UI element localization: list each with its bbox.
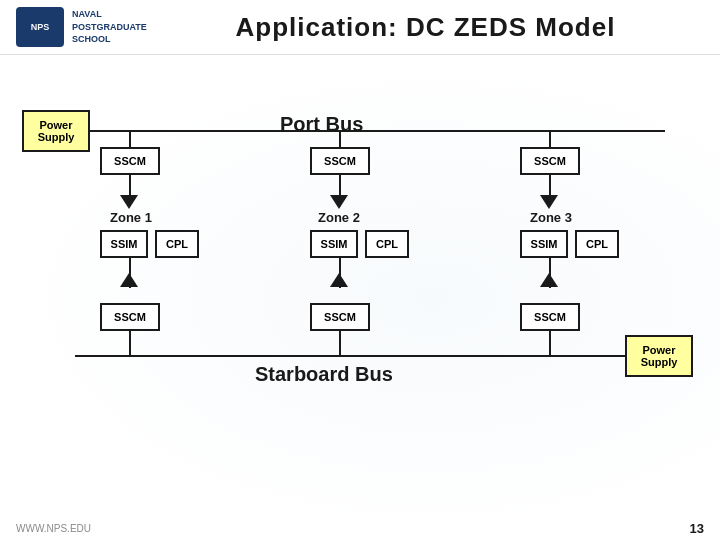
ssim-zone2: SSIM [310,230,358,258]
vline-sscm-top-left-down [129,175,131,195]
ssim-zone3: SSIM [520,230,568,258]
arrow-down-sscm-right [540,195,558,209]
vline-port-to-sscm-right [549,130,551,147]
port-bus-line [75,130,665,132]
zone1-label: Zone 1 [110,210,152,225]
sscm-top-left: SSCM [100,147,160,175]
zone2-label: Zone 2 [318,210,360,225]
logo-icon: NPS [16,7,64,47]
main-content: Port Bus Power Supply SSCM SSCM SSCM Zon… [0,55,720,540]
page-number: 13 [690,521,704,536]
zone3-label: Zone 3 [530,210,572,225]
sscm-bottom-left: SSCM [100,303,160,331]
vline-port-to-sscm-left [129,130,131,147]
ssim-zone1: SSIM [100,230,148,258]
page-title: Application: DC ZEDS Model [147,12,704,43]
sscm-bottom-right: SSCM [520,303,580,331]
website-url: WWW.NPS.EDU [16,523,91,534]
vline-bottom-left-to-bus [129,331,131,356]
starboard-bus-line [75,355,665,357]
sscm-bottom-center: SSCM [310,303,370,331]
power-supply-bottomright: Power Supply [625,335,693,377]
cpl-zone2: CPL [365,230,409,258]
port-bus-label: Port Bus [280,113,363,136]
power-supply-topleft: Power Supply [22,110,90,152]
header: NPS NAVAL POSTGRADUATE SCHOOL Applicatio… [0,0,720,55]
vline-sscm-top-right-down [549,175,551,195]
vline-sscm-top-center-down [339,175,341,195]
school-name: NAVAL POSTGRADUATE SCHOOL [72,8,147,46]
cpl-zone3: CPL [575,230,619,258]
logo-area: NPS NAVAL POSTGRADUATE SCHOOL [16,7,147,47]
arrow-up-zone3 [540,273,558,287]
footer: WWW.NPS.EDU 13 [0,521,720,536]
sscm-top-right: SSCM [520,147,580,175]
arrow-down-sscm-left [120,195,138,209]
vline-bottom-right-to-bus [549,331,551,356]
vline-port-to-sscm-center [339,130,341,147]
starboard-bus-label: Starboard Bus [255,363,393,386]
arrow-up-zone1 [120,273,138,287]
sscm-top-center: SSCM [310,147,370,175]
vline-bottom-center-to-bus [339,331,341,356]
arrow-down-sscm-center [330,195,348,209]
arrow-up-zone2 [330,273,348,287]
cpl-zone1: CPL [155,230,199,258]
